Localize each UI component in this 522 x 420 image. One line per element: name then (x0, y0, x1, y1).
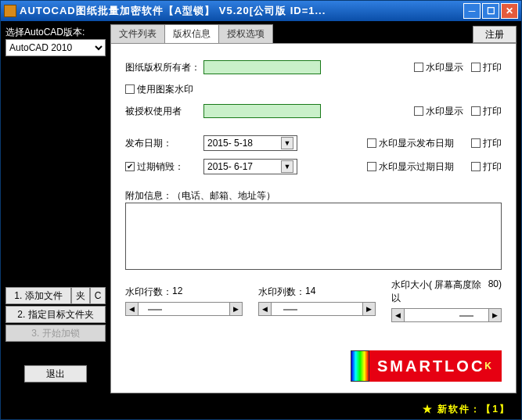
wm-rows-label: 水印行数： (125, 285, 172, 299)
expire-destroy-checkbox[interactable]: ✔过期销毁： (125, 160, 203, 174)
right-panel: 文件列表 版权信息 授权选项 注册 图纸版权所有者： 水印显示 打印 使用图案水… (110, 21, 521, 398)
status-text[interactable]: ★ 新软件：【1】 (423, 403, 510, 416)
user-print-checkbox[interactable]: 打印 (471, 105, 502, 118)
left-panel: 选择AutoCAD版本: AutoCAD 2010 1. 添加文件 夹 C 2.… (1, 21, 110, 398)
status-bar: ★ 新软件：【1】 (1, 398, 521, 420)
tab-copyright[interactable]: 版权信息 (164, 24, 219, 43)
tab-file-list[interactable]: 文件列表 (110, 24, 165, 43)
titlebar: AUTOCAD图纸批量加密软件【A型锁】 V5.20[公司版 ID=1... ─… (1, 1, 521, 21)
addinfo-textarea[interactable] (125, 203, 502, 270)
wm-cols-slider[interactable]: ◀▶ (258, 302, 376, 316)
logo-strip: SMARTLOCK (351, 350, 502, 382)
addinfo-label: 附加信息：（电话、邮箱、地址等） (125, 189, 502, 203)
owner-label: 图纸版权所有者： (125, 61, 203, 74)
owner-print-checkbox[interactable]: 打印 (471, 61, 502, 74)
licensed-user-input[interactable] (203, 104, 321, 118)
smartlock-logo: SMARTLOCK (369, 350, 502, 382)
wm-rows-value: 12 (172, 285, 182, 299)
app-icon (4, 5, 16, 17)
use-pattern-wm-checkbox[interactable]: 使用图案水印 (125, 83, 203, 96)
target-folder-button[interactable]: 2. 指定目标文件夹 (5, 306, 106, 323)
register-button[interactable]: 注册 (473, 26, 517, 43)
chevron-down-icon: ▼ (281, 137, 293, 149)
main-area: 选择AutoCAD版本: AutoCAD 2010 1. 添加文件 夹 C 2.… (1, 21, 521, 398)
close-button[interactable]: ✕ (501, 3, 518, 19)
chevron-down-icon: ▼ (281, 160, 293, 173)
wm-show-exp-checkbox[interactable]: 水印显示过期日期 (367, 160, 454, 174)
pub-print-checkbox[interactable]: 打印 (471, 137, 502, 150)
folder-button[interactable]: 夹 (71, 287, 90, 304)
wm-size-value: 80 (488, 278, 499, 305)
wm-size-slider[interactable]: ◀▶ (391, 308, 502, 322)
user-wm-show-checkbox[interactable]: 水印显示 (414, 105, 463, 118)
owner-input[interactable] (203, 60, 321, 74)
tab-bar: 文件列表 版权信息 授权选项 注册 (110, 26, 517, 43)
exit-button[interactable]: 退出 (24, 365, 87, 382)
wm-size-label: 水印大小( 屏幕高度除以 (391, 278, 488, 305)
copyright-panel: 图纸版权所有者： 水印显示 打印 使用图案水印 被授权使用者 水印显示 打印 (110, 43, 517, 393)
publish-date-label: 发布日期： (125, 137, 203, 150)
wm-rows-slider[interactable]: ◀▶ (125, 302, 243, 316)
maximize-button[interactable]: ☐ (482, 3, 499, 19)
autocad-version-label: 选择AutoCAD版本: (5, 26, 106, 39)
owner-wm-show-checkbox[interactable]: 水印显示 (414, 61, 463, 74)
exp-print-checkbox[interactable]: 打印 (471, 160, 502, 174)
title-text: AUTOCAD图纸批量加密软件【A型锁】 V5.20[公司版 ID=1... (20, 4, 462, 18)
spectrum-icon (351, 350, 369, 382)
wm-show-pub-checkbox[interactable]: 水印显示发布日期 (367, 137, 454, 150)
wm-cols-label: 水印列数： (258, 285, 305, 299)
minimize-button[interactable]: ─ (463, 3, 481, 19)
add-files-button[interactable]: 1. 添加文件 (5, 287, 71, 304)
tab-auth-options[interactable]: 授权选项 (218, 24, 273, 43)
wm-cols-value: 14 (305, 285, 315, 299)
publish-date-picker[interactable]: 2015- 5-18▼ (203, 135, 297, 151)
expire-date-picker[interactable]: 2015- 6-17▼ (203, 159, 297, 174)
clear-button[interactable]: C (90, 287, 106, 304)
autocad-version-select[interactable]: AutoCAD 2010 (5, 39, 106, 56)
licensed-user-label: 被授权使用者 (125, 105, 203, 118)
start-lock-button: 3. 开始加锁 (5, 325, 106, 342)
